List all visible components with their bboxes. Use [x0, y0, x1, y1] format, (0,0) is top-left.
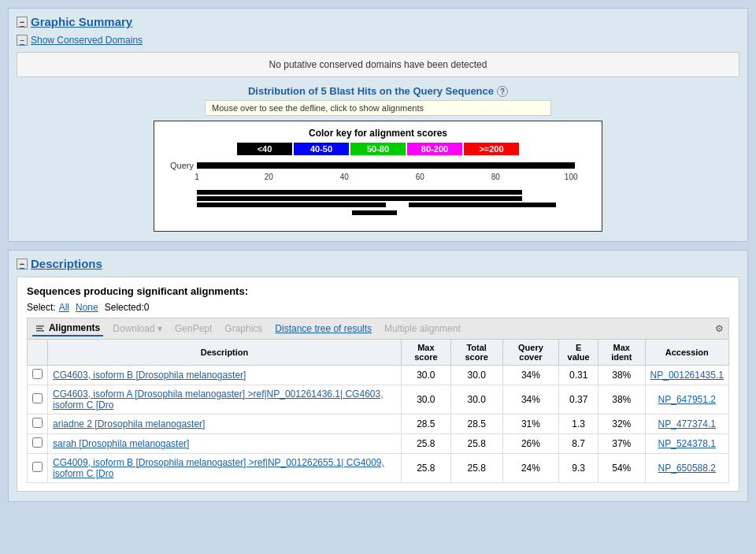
table-row: CG4603, isoform B [Drosophila melanogast…: [28, 366, 729, 385]
row-checkbox[interactable]: [28, 366, 48, 385]
description-link[interactable]: sarah [Drosophila melanogaster]: [53, 438, 189, 449]
row-max-score: 25.8: [402, 454, 451, 483]
conserved-collapse[interactable]: −: [17, 35, 28, 46]
description-link[interactable]: ariadne 2 [Drosophila melanogaster]: [53, 418, 205, 429]
toolbar-download[interactable]: Download ▾: [109, 322, 165, 336]
row-query-cover: 24%: [502, 454, 559, 483]
row-max-ident: 38%: [598, 366, 646, 385]
hit-bar-3[interactable]: [409, 203, 556, 207]
row-e-value: 0.37: [559, 385, 598, 415]
hit-bar-2[interactable]: [197, 203, 386, 207]
col-query-cover: Query cover: [502, 340, 559, 366]
color-key-40-50: 40-50: [294, 143, 349, 155]
results-table: Description Max score Total score Query …: [27, 339, 729, 483]
select-all-link[interactable]: All: [59, 302, 69, 313]
row-total-score: 28.5: [450, 415, 502, 434]
row-checkbox[interactable]: [28, 415, 48, 434]
row-total-score: 30.0: [450, 366, 502, 385]
row-query-cover: 34%: [502, 366, 559, 385]
hit-bar-1[interactable]: [197, 196, 522, 201]
row-checkbox-input[interactable]: [32, 393, 43, 403]
svg-rect-1: [36, 328, 43, 329]
description-link[interactable]: CG4603, isoform B [Drosophila melanogast…: [53, 370, 246, 381]
descriptions-title[interactable]: − Descriptions: [17, 257, 739, 270]
table-row: sarah [Drosophila melanogaster] 25.8 25.…: [28, 434, 729, 454]
row-max-score: 28.5: [402, 415, 451, 434]
distribution-title: Distribution of 5 Blast Hits on the Quer…: [17, 85, 739, 97]
row-description: sarah [Drosophila melanogaster]: [48, 434, 402, 454]
row-description: ariadne 2 [Drosophila melanogaster]: [48, 415, 402, 434]
row-max-score: 30.0: [402, 366, 451, 385]
toolbar-alignments[interactable]: Alignments: [32, 321, 103, 336]
color-key-lt40: <40: [237, 143, 292, 155]
ruler-tick-100: 100: [565, 173, 578, 181]
description-link[interactable]: CG4009, isoform B [Drosophila melanogast…: [53, 457, 384, 479]
graphic-summary-collapse[interactable]: −: [17, 17, 28, 28]
row-e-value: 8.7: [559, 434, 598, 454]
description-link[interactable]: CG4603, isoform A [Drosophila melanogast…: [53, 389, 383, 411]
accession-link[interactable]: NP_001261435.1: [650, 370, 724, 381]
ruler-tick-1: 1: [195, 173, 199, 181]
svg-rect-0: [36, 325, 44, 327]
toolbar-graphics[interactable]: Graphics: [221, 322, 265, 336]
query-row: Query: [162, 160, 594, 171]
accession-link[interactable]: NP_650588.2: [658, 463, 716, 474]
accession-link[interactable]: NP_647951.2: [658, 394, 716, 405]
row-checkbox[interactable]: [28, 385, 48, 415]
row-description: CG4603, isoform A [Drosophila melanogast…: [48, 385, 402, 415]
col-checkbox: [28, 340, 48, 366]
row-accession: NP_001261435.1: [645, 366, 728, 385]
col-e-value: E value: [559, 340, 598, 366]
row-description: CG4009, isoform B [Drosophila melanogast…: [48, 454, 402, 483]
toolbar-multiple-alignment[interactable]: Multiple alignment: [381, 322, 464, 336]
descriptions-section: − Descriptions Sequences producing signi…: [8, 250, 748, 502]
tooltip-info-box: Mouse over to see the defline, click to …: [205, 100, 551, 116]
ruler: 1 20 40 60 80 100: [197, 173, 575, 185]
row-max-ident: 37%: [598, 434, 646, 454]
row-max-score: 25.8: [402, 434, 451, 454]
row-checkbox[interactable]: [28, 454, 48, 483]
ruler-tick-60: 60: [416, 173, 424, 181]
row-checkbox-input[interactable]: [32, 369, 43, 379]
toolbar-genpept[interactable]: GenPept: [172, 322, 215, 336]
select-none-link[interactable]: None: [76, 302, 98, 313]
graphic-summary-section: − Graphic Summary − Show Conserved Domai…: [8, 8, 748, 242]
show-conserved-toggle[interactable]: − Show Conserved Domains: [17, 35, 739, 46]
row-checkbox-input[interactable]: [32, 462, 43, 472]
row-total-score: 25.8: [450, 454, 502, 483]
accession-link[interactable]: NP_477374.1: [658, 418, 716, 429]
row-max-ident: 32%: [598, 415, 646, 434]
toolbar-gear-icon[interactable]: ⚙: [715, 323, 724, 334]
color-key-gte200: >=200: [464, 143, 519, 155]
table-row: ariadne 2 [Drosophila melanogaster] 28.5…: [28, 415, 729, 434]
seqs-title: Sequences producing significant alignmen…: [27, 285, 729, 297]
row-accession: NP_524378.1: [645, 434, 728, 454]
col-description: Description: [48, 340, 402, 366]
row-max-ident: 54%: [598, 454, 646, 483]
distribution-help-icon[interactable]: ?: [497, 86, 508, 97]
row-checkbox-input[interactable]: [32, 437, 43, 448]
row-max-score: 30.0: [402, 385, 451, 415]
row-total-score: 30.0: [450, 385, 502, 415]
hit-bar-4[interactable]: [352, 210, 398, 215]
col-max-score: Max score: [402, 340, 451, 366]
query-bar: [197, 162, 575, 169]
conserved-domains-message: No putative conserved domains have been …: [17, 52, 739, 77]
toolbar-distance-tree[interactable]: Distance tree of results: [272, 322, 375, 336]
row-checkbox-input[interactable]: [32, 418, 43, 428]
col-max-ident: Max ident: [598, 340, 646, 366]
accession-link[interactable]: NP_524378.1: [658, 438, 716, 449]
descriptions-collapse[interactable]: −: [17, 258, 28, 270]
select-row: Select: All None Selected:0: [27, 302, 729, 313]
row-checkbox[interactable]: [28, 434, 48, 454]
alignments-icon: [35, 324, 45, 333]
ruler-tick-40: 40: [340, 173, 349, 181]
toolbar: Alignments Download ▾ GenPept Graphics D…: [27, 318, 729, 339]
row-query-cover: 26%: [502, 434, 559, 454]
row-accession: NP_650588.2: [645, 454, 728, 483]
table-row: CG4603, isoform A [Drosophila melanogast…: [28, 385, 729, 415]
row-max-ident: 38%: [598, 385, 646, 415]
hit-bar-0[interactable]: [197, 190, 522, 195]
graphic-summary-title[interactable]: − Graphic Summary: [17, 15, 739, 28]
color-key-row: <40 40-50 50-80 80-200 >=200: [162, 143, 594, 155]
